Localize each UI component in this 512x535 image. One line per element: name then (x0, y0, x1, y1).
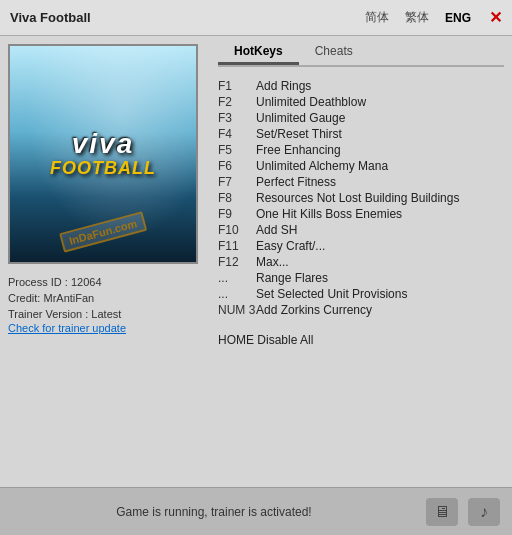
close-button[interactable]: ✕ (489, 8, 502, 27)
hotkey-key: F5 (218, 143, 256, 157)
hotkey-label: Perfect Fitness (256, 175, 336, 189)
app-title: Viva Football (10, 10, 361, 25)
hotkey-label: Unlimited Gauge (256, 111, 345, 125)
info-section: Process ID : 12064 Credit: MrAntiFan Tra… (8, 272, 202, 342)
hotkey-row: F4Set/Reset Thirst (218, 127, 504, 141)
hotkey-row: F8Resources Not Lost Building Buildings (218, 191, 504, 205)
hotkey-label: Free Enhancing (256, 143, 341, 157)
hotkey-row: F7Perfect Fitness (218, 175, 504, 189)
hotkey-row: F3Unlimited Gauge (218, 111, 504, 125)
music-icon: ♪ (480, 503, 488, 521)
main-content: viva FOOTBALL InDaFun.com Process ID : 1… (0, 36, 512, 487)
hotkey-label: Max... (256, 255, 289, 269)
tab-hotkeys[interactable]: HotKeys (218, 40, 299, 65)
hotkey-row: F11Easy Craft/... (218, 239, 504, 253)
game-cover-image: viva FOOTBALL InDaFun.com (8, 44, 198, 264)
hotkey-key: F12 (218, 255, 256, 269)
language-bar: 简体 繁体 ENG ✕ (361, 7, 502, 28)
credit-label: Credit: (8, 292, 40, 304)
lang-traditional[interactable]: 繁体 (401, 7, 433, 28)
trainer-version-label: Trainer Version : (8, 308, 88, 320)
hotkey-key: F1 (218, 79, 256, 93)
hotkey-label: Easy Craft/... (256, 239, 325, 253)
hotkey-row: F2Unlimited Deathblow (218, 95, 504, 109)
status-text: Game is running, trainer is activated! (12, 505, 416, 519)
game-logo: viva FOOTBALL (50, 130, 156, 179)
hotkey-row: F9One Hit Kills Boss Enemies (218, 207, 504, 221)
disable-all-label: Disable All (257, 333, 313, 347)
hotkey-label: One Hit Kills Boss Enemies (256, 207, 402, 221)
hotkey-label: Resources Not Lost Building Buildings (256, 191, 459, 205)
tab-bar: HotKeys Cheats (218, 40, 504, 67)
hotkey-key: F6 (218, 159, 256, 173)
hotkey-row: F1Add Rings (218, 79, 504, 93)
monitor-icon: 🖥 (434, 503, 450, 521)
disable-all-key: HOME (218, 333, 257, 347)
credit-row: Credit: MrAntiFan (8, 292, 202, 304)
logo-viva: viva (50, 130, 156, 158)
check-update-link[interactable]: Check for trainer update (8, 322, 126, 334)
hotkey-row: ...Set Selected Unit Provisions (218, 287, 504, 301)
trainer-version-value: Latest (91, 308, 121, 320)
process-id-label: Process ID : (8, 276, 68, 288)
tab-cheats[interactable]: Cheats (299, 40, 369, 65)
title-bar: Viva Football 简体 繁体 ENG ✕ (0, 0, 512, 36)
hotkey-key: NUM 3 (218, 303, 256, 317)
music-icon-button[interactable]: ♪ (468, 498, 500, 526)
hotkey-row: F12Max... (218, 255, 504, 269)
hotkey-key: ... (218, 271, 256, 285)
hotkey-row: F5Free Enhancing (218, 143, 504, 157)
hotkey-key: F7 (218, 175, 256, 189)
hotkey-label: Add Zorkins Currency (256, 303, 372, 317)
hotkey-label: Unlimited Deathblow (256, 95, 366, 109)
hotkey-key: F8 (218, 191, 256, 205)
hotkey-key: F11 (218, 239, 256, 253)
hotkey-key: F2 (218, 95, 256, 109)
process-id-value: 12064 (71, 276, 102, 288)
hotkey-label: Unlimited Alchemy Mana (256, 159, 388, 173)
monitor-icon-button[interactable]: 🖥 (426, 498, 458, 526)
hotkey-row: NUM 3Add Zorkins Currency (218, 303, 504, 317)
hotkey-key: F9 (218, 207, 256, 221)
trainer-version-row: Trainer Version : Latest (8, 308, 202, 320)
hotkey-key: F4 (218, 127, 256, 141)
hotkey-label: Set Selected Unit Provisions (256, 287, 407, 301)
right-panel: HotKeys Cheats F1Add RingsF2Unlimited De… (210, 36, 512, 487)
hotkey-key: ... (218, 287, 256, 301)
hotkey-label: Add Rings (256, 79, 311, 93)
lang-english[interactable]: ENG (441, 9, 475, 27)
hotkey-label: Range Flares (256, 271, 328, 285)
disable-all-row: HOME Disable All (218, 333, 504, 347)
hotkey-label: Add SH (256, 223, 297, 237)
process-id-row: Process ID : 12064 (8, 276, 202, 288)
hotkey-label: Set/Reset Thirst (256, 127, 342, 141)
lang-simplified[interactable]: 简体 (361, 7, 393, 28)
credit-value: MrAntiFan (43, 292, 94, 304)
logo-football: FOOTBALL (50, 158, 156, 179)
hotkey-key: F3 (218, 111, 256, 125)
bottom-bar: Game is running, trainer is activated! 🖥… (0, 487, 512, 535)
left-panel: viva FOOTBALL InDaFun.com Process ID : 1… (0, 36, 210, 487)
hotkey-row: F6Unlimited Alchemy Mana (218, 159, 504, 173)
hotkey-row: F10Add SH (218, 223, 504, 237)
hotkey-row: ...Range Flares (218, 271, 504, 285)
check-update-row: Check for trainer update (8, 322, 202, 334)
hotkeys-list: F1Add RingsF2Unlimited DeathblowF3Unlimi… (218, 75, 504, 323)
hotkey-key: F10 (218, 223, 256, 237)
